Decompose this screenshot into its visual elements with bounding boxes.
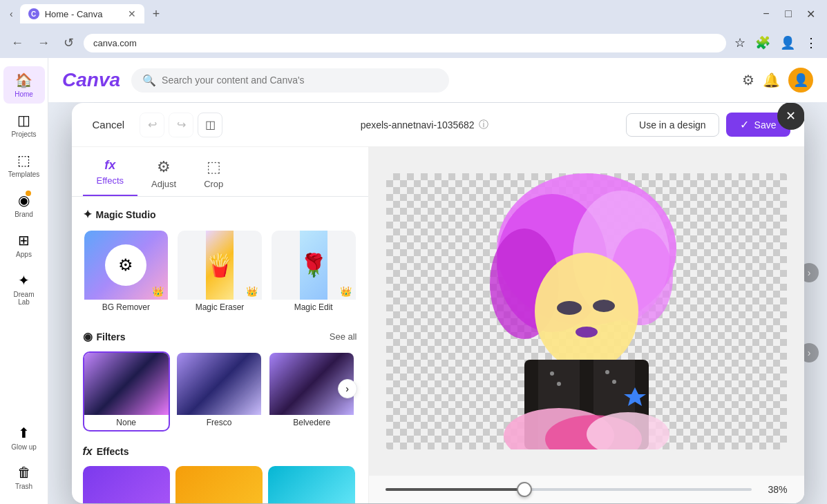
filters-next-arrow[interactable]: › bbox=[338, 379, 357, 398]
tab-history: ‹ bbox=[7, 7, 16, 21]
glow-up-icon: ⬆ bbox=[18, 425, 30, 441]
effects-title: fx Effects bbox=[83, 445, 129, 458]
undo-button[interactable]: ↩ bbox=[140, 113, 164, 137]
magic-studio-title: ✦ Magic Studio bbox=[83, 208, 156, 221]
apps-icon: ⊞ bbox=[18, 232, 30, 249]
sidebar-item-trash-label: Trash bbox=[15, 483, 32, 490]
extensions-button[interactable]: 🧩 bbox=[752, 32, 773, 53]
effect-card-2[interactable] bbox=[175, 466, 263, 503]
sidebar-item-projects-label: Projects bbox=[11, 130, 36, 138]
tab-close-button[interactable]: ✕ bbox=[128, 8, 136, 19]
svg-point-6 bbox=[557, 301, 582, 315]
effects-section: fx Effects bbox=[83, 445, 357, 503]
search-bar[interactable]: 🔍 bbox=[131, 68, 449, 93]
sidebar-item-brand[interactable]: ◉ Brand bbox=[3, 186, 45, 224]
minimize-button[interactable]: − bbox=[757, 4, 776, 23]
effects-panel: fx Effects ⚙ Adjust ⬚ Crop bbox=[72, 147, 369, 503]
magic-eraser-card[interactable]: 🍟 Magic Eraser 👑 bbox=[176, 229, 263, 316]
magic-edit-crown: 👑 bbox=[340, 286, 352, 297]
tab-history-dropdown[interactable]: ‹ bbox=[7, 7, 16, 21]
window-close-button[interactable]: ✕ bbox=[801, 4, 820, 23]
cancel-button[interactable]: Cancel bbox=[86, 115, 132, 135]
sidebar-item-glow-up[interactable]: ⬆ Glow up bbox=[3, 419, 45, 456]
effect-card-3[interactable] bbox=[268, 466, 355, 503]
modal-close-button[interactable]: ✕ bbox=[777, 103, 804, 130]
effect-1-img bbox=[83, 466, 170, 503]
tab-adjust[interactable]: ⚙ Adjust bbox=[137, 153, 190, 196]
info-icon[interactable]: ⓘ bbox=[479, 119, 488, 131]
adjust-tab-icon: ⚙ bbox=[157, 158, 171, 176]
sidebar-item-dream-lab-label: Dream Lab bbox=[8, 291, 41, 306]
magic-eraser-label: Magic Eraser bbox=[178, 300, 262, 315]
reload-button[interactable]: ↺ bbox=[59, 32, 78, 53]
maximize-button[interactable]: □ bbox=[779, 4, 798, 23]
bookmark-button[interactable]: ☆ bbox=[732, 32, 748, 53]
slider-thumb[interactable] bbox=[517, 482, 532, 497]
effect-2-img bbox=[175, 466, 263, 503]
redo-button[interactable]: ↪ bbox=[169, 113, 193, 137]
magic-studio-section-header: ✦ Magic Studio bbox=[83, 208, 357, 221]
image-editor-modal: Cancel ↩ ↪ ◫ pexels-annetnavi-1035682 ⓘ … bbox=[72, 103, 804, 503]
filter-belvedere-label: Belvedere bbox=[269, 415, 354, 430]
address-bar[interactable]: canva.com bbox=[84, 34, 726, 52]
tab-title: Home - Canva bbox=[45, 9, 103, 19]
search-input[interactable] bbox=[162, 75, 438, 86]
bg-remover-icon: ⚙ bbox=[118, 255, 133, 275]
canva-header: Canva 🔍 ⚙ 🔔 👤 bbox=[48, 58, 827, 102]
sidebar-item-templates[interactable]: ⬚ Templates bbox=[3, 146, 45, 184]
preview-image bbox=[386, 173, 787, 449]
home-icon: 🏠 bbox=[15, 72, 32, 88]
bg-remover-label: BG Remover bbox=[84, 300, 169, 315]
new-tab-button[interactable]: + bbox=[149, 6, 164, 23]
notifications-button[interactable]: 🔔 bbox=[763, 72, 780, 88]
left-sidebar: 🏠 Home ◫ Projects ⬚ Templates ◉ Brand ⊞ … bbox=[0, 58, 48, 504]
projects-icon: ◫ bbox=[17, 112, 30, 128]
address-text: canva.com bbox=[93, 38, 716, 48]
crop-tab-label: Crop bbox=[204, 179, 223, 189]
filter-none-card[interactable]: None bbox=[83, 351, 170, 432]
avatar[interactable]: 👤 bbox=[788, 68, 813, 93]
see-all-button[interactable]: See all bbox=[330, 331, 357, 342]
filter-fresco-card[interactable]: Fresco bbox=[175, 351, 263, 432]
slider-fill bbox=[386, 488, 524, 491]
sidebar-item-projects[interactable]: ◫ Projects bbox=[3, 106, 45, 144]
slider-value: 38% bbox=[760, 484, 788, 495]
active-tab[interactable]: C Home - Canva ✕ bbox=[20, 4, 144, 23]
modal-header: Cancel ↩ ↪ ◫ pexels-annetnavi-1035682 ⓘ … bbox=[72, 103, 804, 147]
tab-effects[interactable]: fx Effects bbox=[83, 153, 138, 196]
effects-tab-icon: fx bbox=[104, 158, 115, 173]
preview-button[interactable]: ◫ bbox=[198, 113, 222, 137]
settings-button[interactable]: ⚙ bbox=[742, 72, 754, 88]
sidebar-item-home-label: Home bbox=[15, 90, 33, 98]
filter-fresco-label: Fresco bbox=[177, 415, 261, 430]
effect-card-1[interactable] bbox=[83, 466, 170, 503]
effects-grid bbox=[83, 466, 357, 503]
filters-container: None Fresco bbox=[83, 351, 357, 432]
sidebar-item-brand-label: Brand bbox=[15, 211, 33, 218]
effects-icon: fx bbox=[83, 445, 93, 458]
bg-remover-card[interactable]: ⚙ BG Remover 👑 bbox=[83, 229, 170, 316]
effects-section-header: fx Effects bbox=[83, 445, 357, 458]
panel-tabs: fx Effects ⚙ Adjust ⬚ Crop bbox=[72, 147, 368, 197]
forward-button[interactable]: → bbox=[33, 33, 54, 53]
image-preview-container bbox=[369, 147, 804, 476]
sidebar-item-dream-lab[interactable]: ✦ Dream Lab bbox=[3, 266, 45, 311]
menu-button[interactable]: ⋮ bbox=[802, 32, 820, 53]
sidebar-item-apps[interactable]: ⊞ Apps bbox=[3, 226, 45, 264]
svg-point-12 bbox=[550, 371, 554, 376]
magic-eraser-crown: 👑 bbox=[246, 286, 258, 297]
sidebar-item-trash[interactable]: 🗑 Trash bbox=[3, 459, 45, 496]
sidebar-item-templates-label: Templates bbox=[8, 171, 40, 178]
opacity-slider[interactable] bbox=[386, 488, 752, 491]
magic-edit-card[interactable]: 🌹 Magic Edit 👑 bbox=[270, 229, 357, 316]
sidebar-item-home[interactable]: 🏠 Home bbox=[3, 66, 45, 104]
effects-tab-label: Effects bbox=[97, 175, 124, 186]
panel-content: ✦ Magic Studio ⚙ bbox=[72, 197, 368, 503]
filters-section-header: ◉ Filters See all bbox=[83, 330, 357, 343]
profile-button[interactable]: 👤 bbox=[777, 32, 798, 53]
use-in-design-button[interactable]: Use in a design bbox=[626, 113, 719, 137]
back-button[interactable]: ← bbox=[7, 33, 28, 53]
checkerboard-bg bbox=[386, 173, 787, 449]
slider-area: 38% bbox=[369, 476, 804, 503]
tab-crop[interactable]: ⬚ Crop bbox=[190, 153, 237, 196]
